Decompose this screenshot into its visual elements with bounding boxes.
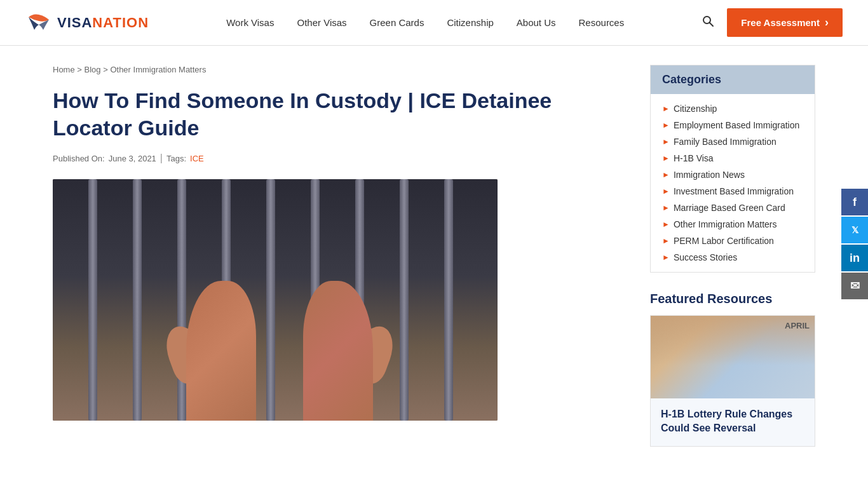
nav-green-cards[interactable]: Green Cards <box>370 17 424 28</box>
list-item: ► Family Based Immigration <box>651 133 815 150</box>
cat-arrow-icon: ► <box>662 220 670 229</box>
svg-line-2 <box>710 23 714 27</box>
social-facebook-button[interactable]: f <box>841 189 868 215</box>
social-twitter-button[interactable]: 𝕏 <box>841 217 868 243</box>
cat-arrow-icon: ► <box>662 104 670 113</box>
list-item: ► PERM Labor Certification <box>651 233 815 249</box>
categories-box: Categories ► Citizenship ► Employment Ba… <box>650 65 815 273</box>
prison-bars-image <box>53 179 498 421</box>
nav-resources[interactable]: Resources <box>579 17 625 28</box>
nav-citizenship[interactable]: Citizenship <box>447 17 493 28</box>
featured-resources: Featured Resources APRIL H-1B Lottery Ru… <box>650 292 815 447</box>
cat-other-immigration[interactable]: Other Immigration Matters <box>674 219 777 229</box>
social-sidebar: f 𝕏 in ✉ <box>841 189 868 299</box>
bar-5 <box>266 179 275 421</box>
featured-card[interactable]: APRIL H-1B Lottery Rule Changes Could Se… <box>650 315 815 447</box>
cat-investment-based[interactable]: Investment Based Immigration <box>674 186 794 196</box>
published-label: Published On: <box>53 154 105 163</box>
social-linkedin-button[interactable]: in <box>841 245 868 271</box>
featured-image: APRIL <box>651 316 815 398</box>
cat-arrow-icon: ► <box>662 154 670 163</box>
tag-ice[interactable]: ICE <box>190 154 204 163</box>
breadcrumb: Home > Blog > Other Immigration Matters <box>53 65 625 74</box>
breadcrumb-blog[interactable]: Blog <box>85 65 101 74</box>
cat-arrow-icon: ► <box>662 236 670 245</box>
linkedin-icon: in <box>850 252 860 265</box>
logo[interactable]: VISANATION <box>25 11 149 35</box>
sidebar: Categories ► Citizenship ► Employment Ba… <box>650 65 815 447</box>
facebook-icon: f <box>853 196 857 209</box>
search-button[interactable] <box>702 15 714 30</box>
list-item: ► Immigration News <box>651 166 815 183</box>
arrow-icon: › <box>825 16 829 29</box>
main-nav: Work Visas Other Visas Green Cards Citiz… <box>226 17 624 28</box>
email-icon: ✉ <box>850 279 860 293</box>
cat-arrow-icon: ► <box>662 253 670 262</box>
logo-visa-text: VISA <box>57 15 92 30</box>
cat-citizenship[interactable]: Citizenship <box>674 104 717 114</box>
cat-family-based[interactable]: Family Based Immigration <box>674 137 776 147</box>
cat-arrow-icon: ► <box>662 203 670 212</box>
featured-title: Featured Resources <box>650 292 815 306</box>
free-assessment-button[interactable]: Free Assessment › <box>727 8 843 37</box>
article-title: How To Find Someone In Custody | ICE Det… <box>53 87 625 141</box>
cat-arrow-icon: ► <box>662 187 670 196</box>
bar-3 <box>177 179 186 421</box>
list-item: ► Employment Based Immigration <box>651 117 815 133</box>
featured-card-body: H-1B Lottery Rule Changes Could See Reve… <box>651 398 815 446</box>
site-header: VISANATION Work Visas Other Visas Green … <box>0 0 868 46</box>
search-icon <box>702 15 714 27</box>
cat-h1b[interactable]: H-1B Visa <box>674 153 714 163</box>
list-item: ► Investment Based Immigration <box>651 183 815 200</box>
published-date: June 3, 2021 <box>109 154 156 163</box>
social-email-button[interactable]: ✉ <box>841 273 868 299</box>
cat-immigration-news[interactable]: Immigration News <box>674 170 745 180</box>
featured-card-title: H-1B Lottery Rule Changes Could See Reve… <box>661 407 804 435</box>
cat-perm[interactable]: PERM Labor Certification <box>674 236 774 246</box>
nav-about-us[interactable]: About Us <box>517 17 556 28</box>
categories-title: Categories <box>651 65 815 94</box>
tags-label: Tags: <box>166 154 186 163</box>
bar-2 <box>133 179 142 421</box>
bar-9 <box>444 179 453 421</box>
article-content: Home > Blog > Other Immigration Matters … <box>53 65 625 447</box>
main-container: Home > Blog > Other Immigration Matters … <box>27 46 841 466</box>
cat-arrow-icon: ► <box>662 170 670 179</box>
nav-other-visas[interactable]: Other Visas <box>297 17 346 28</box>
cat-employment-based[interactable]: Employment Based Immigration <box>674 120 799 130</box>
cat-arrow-icon: ► <box>662 121 670 130</box>
categories-list: ► Citizenship ► Employment Based Immigra… <box>651 94 815 272</box>
april-label: APRIL <box>785 321 810 330</box>
list-item: ► Citizenship <box>651 100 815 117</box>
nav-work-visas[interactable]: Work Visas <box>226 17 274 28</box>
cat-marriage-based[interactable]: Marriage Based Green Card <box>674 203 785 213</box>
breadcrumb-home[interactable]: Home <box>53 65 75 74</box>
article-meta: Published On: June 3, 2021 | Tags: ICE <box>53 152 625 164</box>
header-right: Free Assessment › <box>702 8 843 37</box>
bar-8 <box>400 179 409 421</box>
bar-1 <box>88 179 97 421</box>
breadcrumb-category[interactable]: Other Immigration Matters <box>110 65 206 74</box>
article-image <box>53 179 498 421</box>
list-item: ► H-1B Visa <box>651 150 815 166</box>
list-item: ► Marriage Based Green Card <box>651 200 815 216</box>
cat-arrow-icon: ► <box>662 137 670 146</box>
twitter-icon: 𝕏 <box>851 225 858 235</box>
list-item: ► Other Immigration Matters <box>651 216 815 233</box>
logo-nation-text: NATION <box>92 15 149 30</box>
cat-success-stories[interactable]: Success Stories <box>674 252 737 262</box>
list-item: ► Success Stories <box>651 249 815 266</box>
